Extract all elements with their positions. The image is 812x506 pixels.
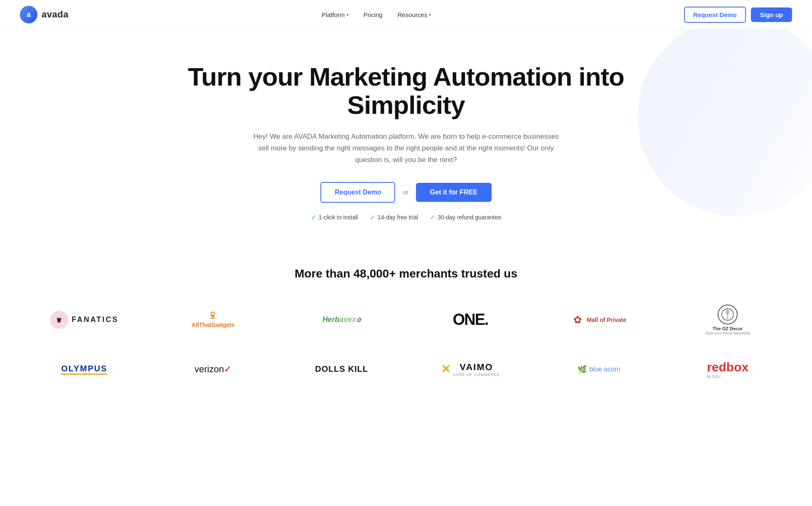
logo-text: avada [42,9,69,20]
logo[interactable]: a avada [20,6,69,23]
hero-buttons: Request Demo or Get it for FREE [177,182,635,203]
logo-one: ONE. [406,303,535,337]
check-icon: ✓ [430,214,435,221]
logo-vaimo: ✕ VAIMO CORE OF COMMERCE [406,353,535,386]
avada-logo-icon: a [20,6,37,23]
svg-text:✿: ✿ [573,314,582,325]
logo-redbox: redbox by SQLI [663,353,792,386]
logo-fanatics: ♥ FANATICS [20,303,149,337]
fanatics-heart-icon: ♥ [50,311,68,329]
nav-pricing[interactable]: Pricing [358,8,389,22]
svg-point-6 [211,312,214,315]
verizon-checkmark-icon: ✓ [224,364,231,374]
allgadgets-icon [207,312,219,320]
hero-subtitle: Hey! We are AVADA Marketing Automation p… [252,131,560,166]
chevron-down-icon: ▾ [347,12,349,17]
nav-resources[interactable]: Resources ▾ [391,8,437,22]
logo-dollskill: DOLLS KILL [277,353,406,386]
badge-install: ✓ 1-click to install [311,214,358,221]
hero-get-free-button[interactable]: Get it for FREE [416,183,492,202]
or-separator: or [403,189,408,196]
check-icon: ✓ [311,214,316,221]
logos-row-2: OLYMPUS verizon✓ DOLLS KILL ✕ VAIMO CORE… [20,353,792,386]
logo-verizon: verizon✓ [149,353,278,386]
badge-trial: ✓ 14-day free trial [370,214,418,221]
hero-bg-decoration [615,29,812,239]
navbar-actions: Request Demo Sign up [684,7,792,23]
mallofprivate-icon: ✿ [572,314,583,326]
hero-section: Turn your Marketing Automation into Simp… [0,29,812,246]
hero-title: Turn your Marketing Automation into Simp… [177,63,635,119]
blueacorn-leaf-icon: 🌿 [578,365,587,374]
hero-request-demo-button[interactable]: Request Demo [320,182,395,203]
svg-rect-5 [57,318,61,322]
logo-herbavex: Herbavex✿ [277,303,406,337]
hero-badges: ✓ 1-click to install ✓ 14-day free trial… [177,214,635,221]
navbar: a avada Platform ▾ Pricing Resources ▾ R… [0,0,812,29]
nav-links: Platform ▾ Pricing Resources ▾ [316,8,437,22]
logo-mallofprivate: ✿ Mall of Private [535,303,664,337]
nav-platform[interactable]: Platform ▾ [316,8,354,22]
sign-up-button[interactable]: Sign up [751,7,792,22]
trusted-section: More than 48,000+ merchants trusted us ♥… [0,246,812,424]
request-demo-button[interactable]: Request Demo [684,7,746,23]
logo-blueacorn: 🌿 blue acorn [535,353,664,386]
ozdecor-circle-icon [718,305,738,324]
badge-refund: ✓ 30-day refund guarantee [430,214,501,221]
chevron-down-icon: ▾ [429,12,431,17]
check-icon: ✓ [370,214,375,221]
svg-text:a: a [27,10,31,19]
logo-allgadgets: AllThatGadgets [149,303,278,337]
logos-row-1: ♥ FANATICS AllThatGadgets Herbavex✿ [20,300,792,339]
hero-content: Turn your Marketing Automation into Simp… [177,63,635,221]
trusted-title: More than 48,000+ merchants trusted us [20,267,792,280]
logo-ozdecor: The OZ Decor Style your home beautifully [663,300,792,339]
logo-olympus: OLYMPUS [20,353,149,386]
